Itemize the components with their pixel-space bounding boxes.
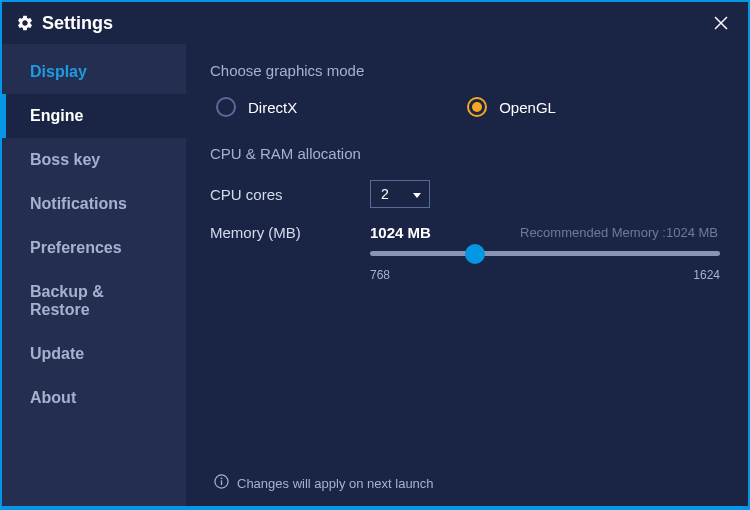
sidebar-item-boss-key[interactable]: Boss key (2, 138, 186, 182)
gear-icon (16, 14, 34, 32)
info-icon (214, 474, 229, 492)
memory-label: Memory (MB) (210, 224, 370, 241)
window-title: Settings (42, 13, 708, 34)
sidebar-item-label: Update (30, 345, 84, 362)
sidebar-item-engine[interactable]: Engine (2, 94, 186, 138)
radio-label: OpenGL (499, 99, 556, 116)
sidebar-item-label: Backup & Restore (30, 283, 104, 318)
sidebar-item-label: Display (30, 63, 87, 80)
cpu-cores-row: CPU cores 2 (210, 180, 720, 208)
sidebar: Display Engine Boss key Notifications Pr… (2, 44, 186, 506)
content: Display Engine Boss key Notifications Pr… (2, 44, 748, 506)
radio-circle-icon (467, 97, 487, 117)
slider-range-labels: 768 1624 (370, 268, 720, 282)
memory-slider[interactable]: 768 1624 (370, 251, 720, 282)
radio-circle-icon (216, 97, 236, 117)
radio-opengl[interactable]: OpenGL (467, 97, 556, 117)
memory-row: Memory (MB) 1024 MB Recommended Memory :… (210, 224, 720, 241)
titlebar: Settings (2, 2, 748, 44)
sidebar-item-display[interactable]: Display (2, 50, 186, 94)
slider-min: 768 (370, 268, 390, 282)
radio-label: DirectX (248, 99, 297, 116)
alloc-title: CPU & RAM allocation (210, 145, 720, 162)
chevron-down-icon (413, 186, 421, 202)
slider-track[interactable] (370, 251, 720, 256)
sidebar-item-update[interactable]: Update (2, 332, 186, 376)
sidebar-item-label: About (30, 389, 76, 406)
sidebar-item-backup-restore[interactable]: Backup & Restore (2, 270, 186, 332)
svg-rect-4 (221, 480, 222, 485)
cpu-cores-value: 2 (381, 186, 389, 202)
cpu-cores-select[interactable]: 2 (370, 180, 430, 208)
memory-recommended: Recommended Memory :1024 MB (520, 225, 718, 240)
graphics-mode-title: Choose graphics mode (210, 62, 720, 79)
close-icon (713, 15, 729, 31)
footer-note: Changes will apply on next launch (214, 474, 434, 492)
sidebar-item-about[interactable]: About (2, 376, 186, 420)
svg-point-3 (221, 477, 223, 479)
graphics-mode-group: DirectX OpenGL (216, 97, 720, 117)
sidebar-item-preferences[interactable]: Preferences (2, 226, 186, 270)
close-button[interactable] (708, 10, 734, 36)
slider-thumb[interactable] (465, 244, 485, 264)
sidebar-item-label: Notifications (30, 195, 127, 212)
sidebar-item-label: Preferences (30, 239, 122, 256)
sidebar-item-label: Engine (30, 107, 83, 124)
radio-directx[interactable]: DirectX (216, 97, 297, 117)
sidebar-item-notifications[interactable]: Notifications (2, 182, 186, 226)
cpu-cores-label: CPU cores (210, 186, 370, 203)
footer-text: Changes will apply on next launch (237, 476, 434, 491)
slider-max: 1624 (693, 268, 720, 282)
memory-value: 1024 MB (370, 224, 520, 241)
settings-window: Settings Display Engine Boss key Notific… (0, 0, 750, 510)
sidebar-item-label: Boss key (30, 151, 100, 168)
main-panel: Choose graphics mode DirectX OpenGL CPU … (186, 44, 748, 506)
